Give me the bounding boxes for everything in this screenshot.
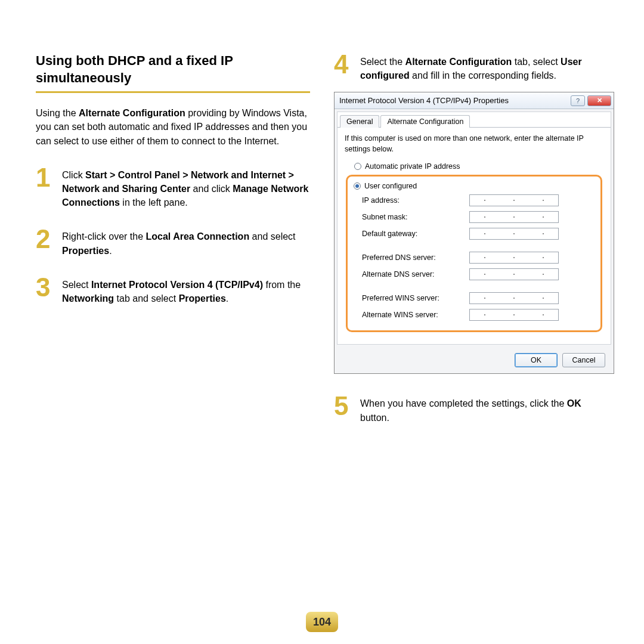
ok-button[interactable]: OK xyxy=(515,353,558,367)
dialog-footer: OK Cancel xyxy=(335,347,614,373)
intro-text: Using the xyxy=(36,108,79,118)
radio-label: User configured xyxy=(364,182,417,190)
step-text-span: Select the xyxy=(360,57,405,67)
field-preferred-dns: Preferred DNS server: xyxy=(354,249,595,266)
step-number: 2 xyxy=(36,227,54,257)
field-alternate-dns: Alternate DNS server: xyxy=(354,266,595,283)
preferred-wins-input[interactable] xyxy=(469,292,559,304)
dialog-body: General Alternate Configuration If this … xyxy=(337,112,611,345)
tab-panel: If this computer is used on more than on… xyxy=(338,127,611,344)
field-label: Preferred DNS server: xyxy=(362,253,469,262)
intro-bold: Alternate Configuration xyxy=(79,108,185,118)
radio-user-configured[interactable]: User configured xyxy=(354,180,595,192)
field-label: Alternate DNS server: xyxy=(362,270,469,278)
step-text-span: and fill in the corresponding fields. xyxy=(410,70,556,80)
cancel-button[interactable]: Cancel xyxy=(562,353,605,367)
step-bold: Local Area Connection xyxy=(146,231,250,242)
field-subnet-mask: Subnet mask: xyxy=(354,209,595,225)
default-gateway-input[interactable] xyxy=(469,228,559,240)
step-number: 3 xyxy=(36,275,54,305)
ip-address-input[interactable] xyxy=(469,194,559,206)
step-text-span: and click xyxy=(190,184,233,194)
step-text-span: Select xyxy=(62,280,91,290)
radio-label: Automatic private IP address xyxy=(365,162,460,171)
step-text: When you have completed the settings, cl… xyxy=(360,394,608,424)
subnet-mask-input[interactable] xyxy=(469,211,559,223)
step-text: Select Internet Protocol Version 4 (TCP/… xyxy=(62,275,310,305)
field-default-gateway: Default gateway: xyxy=(354,225,595,242)
right-column: 4 Select the Alternate Configuration tab… xyxy=(334,52,608,442)
dialog-title: Internet Protocol Version 4 (TCP/IPv4) P… xyxy=(339,96,568,105)
field-preferred-wins: Preferred WINS server: xyxy=(354,290,595,306)
step-bold: Properties xyxy=(179,293,226,304)
field-alternate-wins: Alternate WINS server: xyxy=(354,306,595,323)
close-button[interactable]: ✕ xyxy=(587,95,611,106)
preferred-dns-input[interactable] xyxy=(469,252,559,264)
field-label: Alternate WINS server: xyxy=(362,311,469,319)
document-page: Using both DHCP and a fixed IP simultane… xyxy=(0,0,644,478)
highlight-box: User configured IP address: Subnet mask:… xyxy=(346,175,602,332)
dialog-titlebar: Internet Protocol Version 4 (TCP/IPv4) P… xyxy=(335,92,614,109)
field-label: IP address: xyxy=(362,196,469,205)
properties-dialog: Internet Protocol Version 4 (TCP/IPv4) P… xyxy=(334,92,614,374)
step-5: 5 When you have completed the settings, … xyxy=(334,394,608,424)
step-text-span: tab and select xyxy=(114,293,179,304)
step-number: 4 xyxy=(334,52,352,82)
step-number: 5 xyxy=(334,394,352,424)
page-number-badge: 104 xyxy=(306,612,338,632)
radio-icon xyxy=(354,163,361,170)
step-text-span: Click xyxy=(62,170,85,180)
alternate-wins-input[interactable] xyxy=(469,309,559,321)
step-text: Right-click over the Local Area Connecti… xyxy=(62,227,310,257)
radio-automatic-private-ip[interactable]: Automatic private IP address xyxy=(345,160,603,172)
step-text-span: button. xyxy=(360,413,389,423)
panel-note: If this computer is used on more than on… xyxy=(345,134,603,154)
step-1: 1 Click Start > Control Panel > Network … xyxy=(36,166,310,210)
tab-alternate-configuration[interactable]: Alternate Configuration xyxy=(380,115,470,128)
radio-icon xyxy=(354,182,361,190)
alternate-dns-input[interactable] xyxy=(469,268,559,280)
field-label: Preferred WINS server: xyxy=(362,294,469,302)
step-3: 3 Select Internet Protocol Version 4 (TC… xyxy=(36,275,310,305)
step-text-span: . xyxy=(226,293,228,304)
tab-general[interactable]: General xyxy=(340,115,379,128)
field-ip-address: IP address: xyxy=(354,192,595,209)
radio-selected-dot-icon xyxy=(355,184,359,188)
step-text-span: from the xyxy=(263,280,301,290)
step-text-span: . xyxy=(109,246,112,256)
tab-strip: General Alternate Configuration xyxy=(338,112,611,127)
title-underline xyxy=(36,91,310,93)
step-bold: OK xyxy=(567,398,581,408)
field-label: Default gateway: xyxy=(362,230,469,238)
intro-paragraph: Using the Alternate Configuration provid… xyxy=(36,106,310,148)
step-bold: Alternate Configuration xyxy=(405,57,512,67)
step-text: Select the Alternate Configuration tab, … xyxy=(360,52,608,82)
step-text-span: Right-click over the xyxy=(62,231,146,242)
step-text-span: in the left pane. xyxy=(120,197,188,208)
step-bold: Networking xyxy=(62,293,114,304)
step-text-span: and select xyxy=(249,231,295,242)
help-button[interactable]: ? xyxy=(571,95,585,106)
field-label: Subnet mask: xyxy=(362,213,469,221)
left-column: Using both DHCP and a fixed IP simultane… xyxy=(36,52,310,442)
step-4: 4 Select the Alternate Configuration tab… xyxy=(334,52,608,82)
section-title: Using both DHCP and a fixed IP simultane… xyxy=(36,52,310,86)
step-bold: Internet Protocol Version 4 (TCP/IPv4) xyxy=(91,280,263,290)
step-text: Click Start > Control Panel > Network an… xyxy=(62,166,310,210)
step-text-span: tab, select xyxy=(512,57,561,67)
step-number: 1 xyxy=(36,166,54,210)
step-bold: Properties xyxy=(62,246,109,256)
step-text-span: When you have completed the settings, cl… xyxy=(360,398,567,408)
step-2: 2 Right-click over the Local Area Connec… xyxy=(36,227,310,257)
